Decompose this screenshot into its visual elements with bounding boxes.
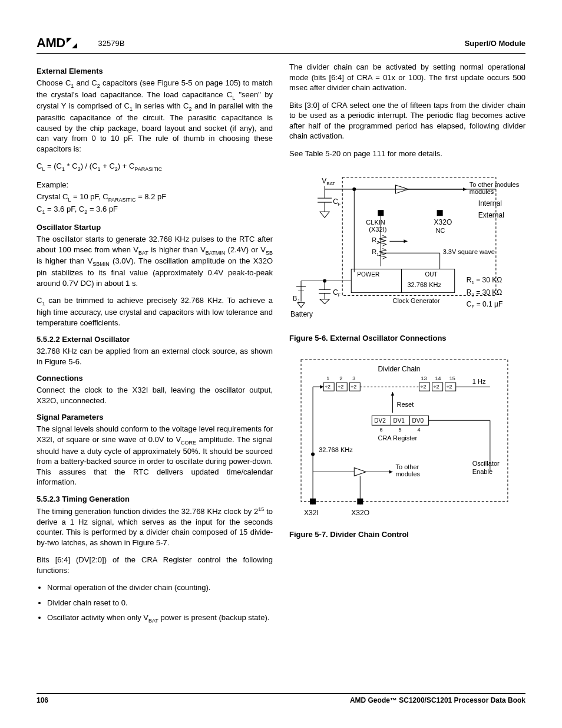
logo-text: AMD — [37, 35, 65, 51]
para-right-1: The divider chain can be activated by se… — [289, 62, 525, 93]
doc-number: 32579B — [98, 39, 125, 48]
svg-rect-18 — [437, 210, 443, 216]
svg-text:32.768 KHz: 32.768 KHz — [408, 281, 442, 288]
para-osc-trim: C1 can be trimmed to achieve precisely 3… — [37, 295, 273, 328]
svg-text:B: B — [293, 295, 297, 302]
svg-text:modules: modules — [470, 188, 494, 195]
svg-text:DV2: DV2 — [374, 417, 386, 424]
header-left: AMD 32579B — [37, 35, 124, 51]
svg-text:OUT: OUT — [425, 272, 438, 278]
svg-text:13: 13 — [421, 375, 427, 381]
svg-text:X32I: X32I — [304, 508, 319, 516]
svg-point-11 — [352, 187, 356, 191]
svg-point-46 — [323, 279, 326, 283]
svg-text:X32O: X32O — [434, 219, 452, 227]
svg-text:CF = 0.1 µF: CF = 0.1 µF — [467, 300, 503, 309]
page-number: 106 — [37, 696, 48, 704]
svg-text:4: 4 — [418, 427, 421, 433]
bullet-item: Divider chain reset to 0. — [47, 598, 273, 608]
svg-text:Reset: Reset — [396, 401, 414, 408]
page-header: AMD 32579B SuperI/O Module — [37, 35, 525, 54]
para-right-3: See Table 5-20 on page 111 for more deta… — [289, 149, 525, 159]
figure-5-6: VBAT CF To other modules mo — [289, 166, 525, 333]
bullet-list: Normal operation of the divider chain (c… — [47, 582, 273, 624]
para-external-elements: Choose C1 and C2 capacitors (see Figure … — [37, 78, 273, 154]
svg-text:F: F — [338, 292, 340, 298]
svg-text:POWER: POWER — [357, 272, 379, 278]
example-line2: C1 = 3.6 pF, C2 = 3.6 pF — [37, 204, 273, 216]
book-title: AMD Geode™ SC1200/SC1201 Processor Data … — [350, 696, 525, 704]
svg-text:1 Hz: 1 Hz — [472, 378, 486, 385]
right-column: The divider chain can be activated by se… — [289, 62, 525, 693]
bullet-item: Oscillator activity when only VBAT power… — [47, 612, 273, 624]
svg-rect-103 — [310, 498, 316, 504]
svg-text:R1 = 30 KΩ: R1 = 30 KΩ — [467, 276, 503, 286]
svg-text:÷2: ÷2 — [447, 384, 452, 390]
svg-text:To other modules: To other modules — [470, 181, 520, 188]
svg-text:X32O: X32O — [351, 508, 369, 516]
page: AMD 32579B SuperI/O Module External Elem… — [0, 0, 562, 728]
svg-text:Battery: Battery — [290, 310, 313, 318]
svg-text:DV0: DV0 — [412, 417, 424, 424]
figure-5-6-caption: Figure 5-6. External Oscillator Connecti… — [289, 333, 525, 344]
svg-point-96 — [311, 452, 315, 456]
svg-text:3: 3 — [352, 375, 355, 381]
amd-logo: AMD — [37, 35, 77, 51]
svg-text:Oscillator: Oscillator — [472, 460, 500, 467]
svg-text:÷2: ÷2 — [325, 384, 330, 390]
svg-rect-17 — [378, 210, 384, 216]
heading-external-elements: External Elements — [37, 67, 273, 75]
heading-signal-parameters: Signal Parameters — [37, 413, 273, 421]
para-5523b: Bits [6:4] (DV[2:0]) of the CRA Register… — [37, 555, 273, 575]
amd-logo-icon — [67, 38, 77, 48]
svg-text:V: V — [322, 177, 326, 185]
svg-text:modules: modules — [395, 470, 420, 477]
example-label: Example: — [37, 180, 273, 190]
svg-text:5: 5 — [398, 427, 401, 433]
svg-text:14: 14 — [435, 375, 441, 381]
bullet-item: Normal operation of the divider chain (c… — [47, 582, 273, 593]
svg-text:6: 6 — [379, 427, 382, 433]
figure-5-6-svg: VBAT CF To other modules mo — [289, 166, 525, 331]
svg-text:R: R — [372, 249, 376, 256]
svg-text:To other: To other — [395, 463, 419, 470]
para-connections: Connect the clock to the X32I ball, leav… — [37, 385, 273, 406]
svg-text:Clock Generator: Clock Generator — [392, 297, 440, 304]
svg-rect-104 — [357, 498, 363, 504]
svg-text:External: External — [478, 212, 504, 220]
svg-text:DV1: DV1 — [393, 417, 405, 424]
svg-text:32.768 KHz: 32.768 KHz — [319, 446, 353, 453]
svg-text:÷2: ÷2 — [338, 384, 343, 390]
para-5522: 32.768 KHz can be applied from an extern… — [37, 346, 273, 367]
example-line1: Crystal CL = 10 pF, CPARASITIC = 8.2 pF — [37, 192, 273, 203]
svg-text:Enable: Enable — [472, 467, 492, 475]
svg-text:CRA Register: CRA Register — [378, 434, 417, 442]
figure-5-7-svg: Divider Chain 123 ÷2 ÷2 ÷2 131415 ÷2 ÷2 — [289, 351, 525, 528]
para-5523a: The timing generation function divides t… — [37, 506, 273, 548]
main-columns: External Elements Choose C1 and C2 capac… — [37, 62, 525, 693]
svg-text:÷2: ÷2 — [434, 384, 439, 390]
para-signal-parameters: The signal levels should conform to the … — [37, 424, 273, 487]
left-column: External Elements Choose C1 and C2 capac… — [37, 62, 273, 693]
svg-text:3.3V square wave: 3.3V square wave — [443, 249, 495, 256]
heading-oscillator-startup: Oscillator Startup — [37, 223, 273, 232]
svg-text:÷2: ÷2 — [421, 384, 427, 390]
formula-cl: CL = (C1 * C2) / (C1 + C2) + CPARASITIC — [37, 161, 273, 173]
svg-text:R: R — [372, 237, 376, 244]
svg-text:1: 1 — [326, 375, 329, 381]
svg-text:15: 15 — [449, 375, 455, 381]
heading-5523: 5.5.2.3 Timing Generation — [37, 495, 273, 503]
svg-text:1: 1 — [376, 252, 379, 258]
para-oscillator-startup: The oscillator starts to generate 32.768… — [37, 234, 273, 288]
heading-connections: Connections — [37, 374, 273, 383]
svg-text:CLKIN: CLKIN — [366, 219, 385, 226]
svg-text:Divider Chain: Divider Chain — [378, 365, 420, 373]
svg-text:÷2: ÷2 — [351, 384, 356, 390]
heading-5522: 5.5.2.2 External Oscillator — [37, 335, 273, 344]
svg-text:(X32I): (X32I) — [369, 226, 386, 233]
figure-5-7: Divider Chain 123 ÷2 ÷2 ÷2 131415 ÷2 ÷2 — [289, 351, 525, 530]
figure-5-7-caption: Figure 5-7. Divider Chain Control — [289, 529, 525, 540]
page-footer: 106 AMD Geode™ SC1200/SC1201 Processor D… — [37, 693, 525, 704]
svg-text:R2 = 30 KΩ: R2 = 30 KΩ — [467, 288, 503, 298]
svg-text:F: F — [338, 202, 340, 207]
